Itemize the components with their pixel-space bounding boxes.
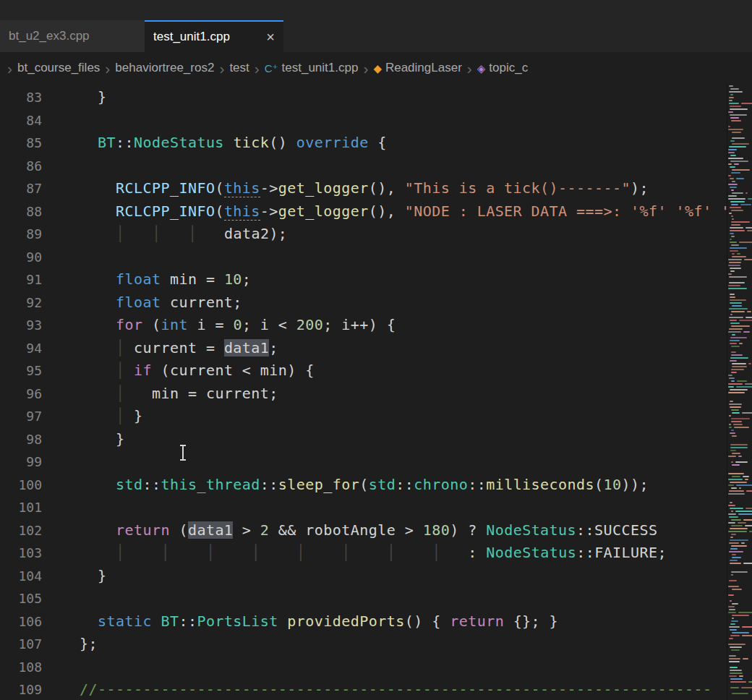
line-number[interactable]: 91 [0,268,42,291]
line-number[interactable]: 97 [0,405,42,428]
breadcrumb-item-topic-c[interactable]: ◈topic_c [477,61,528,75]
code-line[interactable]: 91 float min = 10; [0,268,727,291]
code-token [124,225,151,242]
code-token [124,362,134,379]
close-icon[interactable]: × [266,30,275,44]
line-number[interactable]: 104 [0,565,42,588]
minimap-line [731,346,740,347]
code-line[interactable]: 101 [0,496,727,519]
code-line[interactable]: 98 } [0,428,727,451]
code-line[interactable]: 99 [0,451,727,474]
code-line[interactable]: 102 return (data1 > 2 && robotAngle > 18… [0,519,727,542]
line-number[interactable]: 88 [0,200,42,223]
code-token: SUCCESS [594,521,657,539]
line-number[interactable]: 100 [0,474,42,497]
minimap-line [732,218,734,220]
line-number[interactable]: 102 [0,519,42,542]
line-number[interactable]: 108 [0,656,42,679]
line-number[interactable]: 109 [0,678,42,700]
code-line[interactable]: 109//-----------------------------------… [0,678,727,700]
minimap-line [732,137,745,139]
code-line[interactable]: 108 [0,656,727,679]
minimap-line [734,427,749,428]
code-line[interactable]: 93 for (int i = 0; i < 200; i++) { [0,314,727,337]
minimap-line [728,612,736,613]
chevron-right-icon: › [105,61,110,76]
code-line[interactable]: 95 │ if (current < min) { [0,359,727,383]
minimap-line [730,337,747,338]
code-token: return [116,521,170,539]
minimap-line [740,204,751,205]
code-line[interactable]: 85 BT::NodeStatus tick() override { [0,132,727,155]
code-line[interactable]: 89 │ │ │ data2); [0,223,727,246]
line-number[interactable]: 96 [0,383,42,406]
minimap-line [732,305,742,307]
minimap-line [731,120,741,121]
code-line[interactable]: 88 RCLCPP_INFO(this->get_logger(), "NODE… [0,200,727,223]
minimap-line [729,655,736,657]
minimap-line [728,392,745,393]
tab-test_unit1[interactable]: test_unit1.cpp × [145,20,283,52]
code-text: //--------------------------------------… [80,678,712,700]
line-number[interactable]: 94 [0,337,42,360]
code-line[interactable]: 107}; [0,633,727,656]
code-token: ( [594,476,604,493]
line-number[interactable]: 105 [0,587,42,610]
code-line[interactable]: 104 } [0,565,727,588]
code-token: │ [161,544,170,561]
code-token: get_logger [278,179,369,197]
minimap-line [729,377,735,379]
code-token [80,179,116,197]
code-line[interactable]: 84 [0,109,727,132]
breadcrumb-item-test-unit1-cpp[interactable]: C⁺test_unit1.cpp [265,61,359,75]
code-line[interactable]: 86 [0,155,727,178]
line-number[interactable]: 92 [0,291,42,315]
code-token: float [116,294,161,311]
code-line[interactable]: 92 float current; [0,291,727,315]
line-number[interactable]: 101 [0,496,42,519]
tab-label: bt_u2_ex3.cpp [9,29,136,43]
code-line[interactable]: 96 │ min = current; [0,383,727,406]
line-number[interactable]: 106 [0,610,42,633]
code-line[interactable]: 90 [0,246,727,269]
minimap-line [731,372,737,373]
line-number[interactable]: 103 [0,542,42,565]
breadcrumb-label: test_unit1.cpp [282,61,359,75]
code-token: > [233,521,260,539]
line-number[interactable]: 99 [0,451,42,474]
breadcrumb-item-bt-course-files[interactable]: bt_course_files [17,61,100,75]
code-line[interactable]: 100 std::this_thread::sleep_for(std::chr… [0,474,727,497]
line-number[interactable]: 107 [0,633,42,656]
code-token: data1 [188,521,233,539]
tab-bt_u2_ex3[interactable]: bt_u2_ex3.cpp [0,20,145,52]
line-number[interactable]: 87 [0,177,42,200]
code-token: () [269,134,296,151]
code-line[interactable]: 97 │ } [0,405,727,428]
minimap-line [732,464,740,466]
minimap-line [728,606,735,607]
line-number[interactable]: 85 [0,132,42,155]
line-number[interactable]: 83 [0,86,42,109]
editor-pane[interactable]: 83 }8485 BT::NodeStatus tick() override … [0,84,752,700]
line-number[interactable]: 89 [0,223,42,246]
code-line[interactable]: 106 static BT::PortsList providedPorts()… [0,610,727,633]
code-line[interactable]: 83 } [0,86,727,109]
minimap[interactable] [727,84,752,700]
code-line[interactable]: 94 │ current = data1; [0,337,727,360]
code-token [80,612,98,630]
minimap-line [729,146,746,148]
breadcrumb: › bt_course_files›behaviortree_ros2›test… [0,52,752,84]
breadcrumb-item-behaviortree-ros2[interactable]: behaviortree_ros2 [115,61,214,75]
line-number[interactable]: 98 [0,428,42,451]
breadcrumb-item-readinglaser[interactable]: ◆ReadingLaser [373,61,461,75]
code-line[interactable]: 87 RCLCPP_INFO(this->get_logger(), "This… [0,177,727,200]
line-number[interactable]: 93 [0,314,42,337]
line-number[interactable]: 86 [0,155,42,178]
code-token [80,202,116,220]
line-number[interactable]: 90 [0,246,42,269]
code-line[interactable]: 103 │ │ │ │ │ │ │ │ : NodeStatus::FAILUR… [0,542,727,565]
breadcrumb-item-test[interactable]: test [229,61,249,75]
line-number[interactable]: 95 [0,359,42,383]
code-line[interactable]: 105 [0,587,727,610]
line-number[interactable]: 84 [0,109,42,132]
